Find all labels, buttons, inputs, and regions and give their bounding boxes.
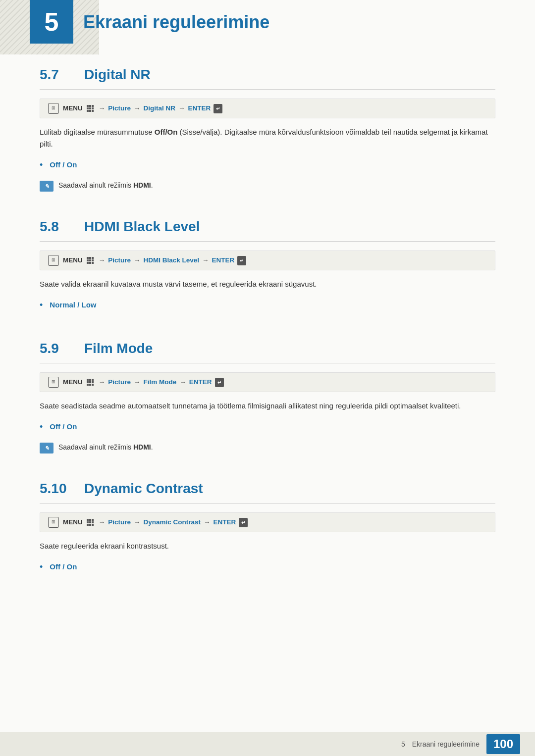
section-5-7: 5.7 Digital NR ⊞ MENU → Picture → Digita…	[40, 64, 495, 192]
menu-path-5-7: ⊞ MENU → Picture → Digital NR → ENTER ↵	[40, 99, 495, 118]
section-header-5-8: 5.8 HDMI Black Level	[40, 216, 495, 242]
menu-enter-label-5-10: ENTER	[214, 517, 236, 527]
arrow-1-5-9: →	[99, 377, 106, 387]
description-5-9: Saate seadistada seadme automaatselt tun…	[40, 400, 495, 412]
page-container: 5 Ekraani reguleerimine 5.7 Digital NR ⊞…	[0, 0, 535, 756]
chapter-box: 5	[30, 0, 73, 44]
arrow-3-5-7: →	[178, 103, 185, 113]
section-number-5-7: 5.7	[40, 64, 84, 85]
bullet-icon: •	[40, 420, 43, 434]
menu-picture-5-9: Picture	[108, 377, 131, 387]
menu-label-5-9: MENU	[63, 377, 83, 387]
enter-icon-5-9: ↵	[215, 378, 224, 387]
arrow-1-5-7: →	[99, 103, 106, 113]
description-5-8: Saate valida ekraanil kuvatava musta vär…	[40, 278, 495, 290]
menu-icon-5-10: ⊞	[48, 517, 59, 528]
options-list-5-9: • Off / On	[40, 419, 495, 435]
option-text: Normal / Low	[50, 300, 96, 311]
section-5-9: 5.9 Film Mode ⊞ MENU → Picture → Film Mo…	[40, 338, 495, 454]
arrow-3-5-10: →	[204, 517, 211, 527]
menu-item-5-10: Dynamic Contrast	[144, 517, 201, 527]
page-footer: 5 Ekraani reguleerimine 100	[0, 732, 535, 756]
arrow-3-5-9: →	[179, 377, 186, 387]
menu-enter-label-5-9: ENTER	[189, 377, 212, 387]
enter-icon-5-8: ↵	[237, 256, 246, 265]
section-title-5-7: Digital NR	[84, 64, 151, 85]
list-item: • Normal / Low	[40, 297, 495, 313]
arrow-2-5-7: →	[134, 103, 141, 113]
arrow-2-5-9: →	[134, 377, 141, 387]
section-title-5-10: Dynamic Contrast	[84, 478, 203, 499]
section-header-5-7: 5.7 Digital NR	[40, 64, 495, 90]
note-box-5-7: ✎ Saadaval ainult režiimis HDMI.	[40, 180, 495, 192]
menu-icon-5-9: ⊞	[48, 377, 59, 388]
menu-picture-5-7: Picture	[108, 103, 131, 113]
menu-enter-label-5-8: ENTER	[212, 255, 235, 265]
description-5-10: Saate reguleerida ekraani kontrastsust.	[40, 540, 495, 552]
section-5-8: 5.8 HDMI Black Level ⊞ MENU → Picture → …	[40, 216, 495, 313]
chapter-title: Ekraani reguleerimine	[83, 12, 269, 32]
main-content: 5.7 Digital NR ⊞ MENU → Picture → Digita…	[0, 0, 535, 640]
menu-path-5-9: ⊞ MENU → Picture → Film Mode → ENTER ↵	[40, 372, 495, 392]
menu-label-5-7: MENU	[63, 103, 83, 113]
section-number-5-8: 5.8	[40, 216, 84, 237]
menu-path-5-10: ⊞ MENU → Picture → Dynamic Contrast → EN…	[40, 512, 495, 532]
menu-label-5-10: MENU	[63, 517, 83, 527]
menu-enter-label-5-7: ENTER	[188, 103, 211, 113]
options-list-5-8: • Normal / Low	[40, 297, 495, 313]
bullet-icon: •	[40, 560, 43, 574]
section-title-5-9: Film Mode	[84, 338, 153, 359]
grid-icon-5-7	[87, 105, 94, 112]
menu-path-5-8: ⊞ MENU → Picture → HDMI Black Level → EN…	[40, 251, 495, 270]
chapter-title-area: Ekraani reguleerimine	[83, 9, 269, 36]
section-number-5-9: 5.9	[40, 338, 84, 359]
arrow-2-5-8: →	[134, 255, 141, 265]
menu-icon-5-7: ⊞	[48, 103, 59, 114]
menu-item-5-7: Digital NR	[144, 103, 176, 113]
chapter-number: 5	[45, 2, 59, 41]
list-item: • Off / On	[40, 559, 495, 575]
note-text-5-7: Saadaval ainult režiimis HDMI.	[58, 180, 153, 191]
note-box-5-9: ✎ Saadaval ainult režiimis HDMI.	[40, 442, 495, 454]
section-header-5-10: 5.10 Dynamic Contrast	[40, 478, 495, 504]
menu-picture-5-8: Picture	[108, 255, 131, 265]
section-number-5-10: 5.10	[40, 478, 84, 499]
options-list-5-10: • Off / On	[40, 559, 495, 575]
menu-item-5-8: HDMI Black Level	[144, 255, 200, 265]
arrow-2-5-10: →	[134, 517, 141, 527]
arrow-3-5-8: →	[202, 255, 209, 265]
bullet-icon: •	[40, 158, 43, 172]
bullet-icon: •	[40, 299, 43, 312]
menu-label-5-8: MENU	[63, 255, 83, 265]
option-text: Off / On	[50, 421, 77, 433]
arrow-1-5-10: →	[99, 517, 106, 527]
list-item: • Off / On	[40, 419, 495, 435]
options-list-5-7: • Off / On	[40, 157, 495, 173]
footer-section-label: Ekraani reguleerimine	[412, 739, 480, 750]
note-icon-5-9: ✎	[40, 443, 54, 454]
menu-picture-5-10: Picture	[108, 517, 131, 527]
section-title-5-8: HDMI Black Level	[84, 216, 200, 237]
option-text: Off / On	[50, 561, 77, 573]
arrow-1-5-8: →	[99, 255, 106, 265]
menu-item-5-9: Film Mode	[144, 377, 177, 387]
section-5-10: 5.10 Dynamic Contrast ⊞ MENU → Picture →…	[40, 478, 495, 575]
list-item: • Off / On	[40, 157, 495, 173]
enter-icon-5-10: ↵	[239, 518, 248, 527]
description-5-7: Lülitab digitaalse mürasummutuse Off/On …	[40, 126, 495, 150]
grid-icon-5-8	[87, 257, 94, 264]
section-header-5-9: 5.9 Film Mode	[40, 338, 495, 363]
grid-icon-5-9	[87, 379, 94, 386]
option-text: Off / On	[50, 159, 77, 171]
enter-icon-5-7: ↵	[214, 104, 222, 113]
note-text-5-9: Saadaval ainult režiimis HDMI.	[58, 442, 153, 453]
page-number: 100	[486, 734, 520, 754]
menu-icon-5-8: ⊞	[48, 255, 59, 266]
grid-icon-5-10	[87, 519, 94, 526]
note-icon-5-7: ✎	[40, 181, 54, 192]
footer-chapter-label: 5	[401, 739, 405, 750]
